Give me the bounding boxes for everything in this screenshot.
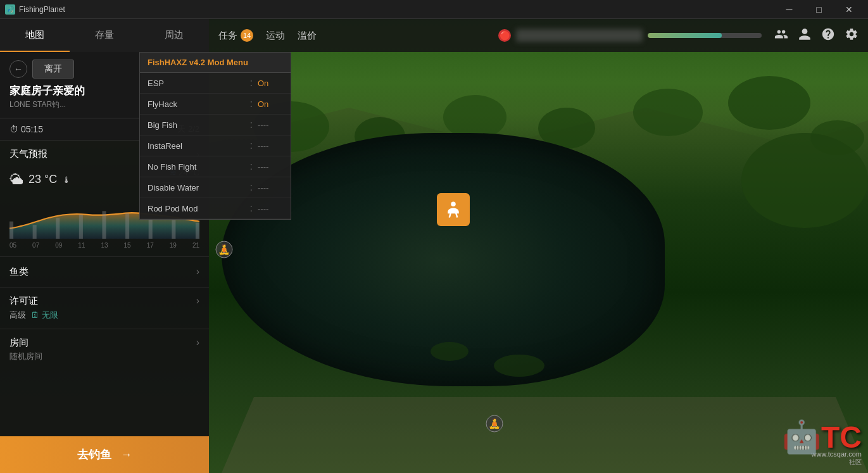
mod-nofishfight-value: ---- [258,162,283,172]
titlebar: 🎣 FishingPlanet ─ □ ✕ [0,0,868,19]
spot-marker-1[interactable]: 🧘 [213,241,236,263]
profile-icon[interactable] [798,27,812,44]
mod-instareel-value: ---- [258,141,283,151]
back-button[interactable]: ← [9,60,27,78]
xp-progress-fill [648,33,722,38]
watermark-icon: 🤖 [782,419,821,455]
license-arrow[interactable]: › [196,295,199,306]
room-arrow[interactable]: › [196,337,199,348]
fish-title: 鱼类 [9,266,28,278]
mod-nofishfight-label: No Fish Fight [148,162,245,172]
person-icon [444,200,463,219]
chart-label-11: 11 [78,242,85,249]
chart-label-09: 09 [55,242,62,249]
license-grade: 高级 🗓 无限 [9,310,199,321]
app-title: FishingPlanet [19,5,65,14]
chart-label-13: 13 [101,242,108,249]
chart-label-15: 15 [124,242,131,249]
username-display [516,29,643,42]
lily-2 [494,355,544,377]
svg-rect-8 [33,225,37,239]
chart-label-17: 17 [147,242,154,249]
price-nav-item[interactable]: 滥价 [298,30,317,42]
mod-item-bigfish[interactable]: Big Fish : ---- [140,115,291,136]
weather-current-temp: 23 °C [28,173,57,186]
settings-icon[interactable] [845,27,859,44]
level-icon: 🔴 [498,29,511,42]
mod-bigfish-value: ---- [258,120,283,130]
mod-item-nofishfight[interactable]: No Fish Fight : ---- [140,156,291,177]
tab-map[interactable]: 地图 [0,19,70,52]
watermark-brand: TC [821,420,862,454]
mod-item-rodpodmod[interactable]: Rod Pod Mod : ---- [140,198,291,219]
sport-label: 运动 [266,30,285,42]
main-area: 🧘 🧘 🤖 TC www.tcsqar.com 社区 [0,19,868,473]
task-badge: 14 [241,29,253,42]
mod-item-flyhack[interactable]: FlyHack : On [140,94,291,115]
vegetation-5 [633,89,703,136]
mod-rodpodmod-colon: : [250,203,253,214]
close-button[interactable]: ✕ [834,0,863,19]
top-tabs: 地图 存量 周边 [0,19,209,52]
mod-instareel-label: InstaReel [148,141,245,151]
license-header: 许可证 › [9,295,199,307]
mod-item-esp[interactable]: ESP : On [140,73,291,94]
xp-progress-bar [648,33,762,38]
room-section[interactable]: 房间 › 随机房间 [0,329,209,370]
price-label: 滥价 [298,30,317,42]
mod-nofishfight-colon: : [250,161,253,172]
player-marker [437,193,470,226]
license-status: 🗓 无限 [31,310,58,321]
mod-menu-title: FishHAXZ v4.2 Mod Menu [140,53,291,73]
mod-esp-value: On [258,79,283,88]
mod-item-disablewater[interactable]: Disable Water : ---- [140,177,291,198]
spot-marker-2[interactable]: 🧘 [483,415,506,438]
tab-inventory[interactable]: 存量 [70,19,139,52]
svg-rect-7 [9,221,13,238]
license-title: 许可证 [9,295,38,307]
road-path [222,397,868,473]
svg-rect-14 [172,220,175,238]
mod-flyhack-value: On [258,99,283,109]
mod-esp-colon: : [250,77,253,89]
mod-bigfish-label: Big Fish [148,120,245,130]
svg-rect-12 [125,213,129,238]
task-nav-item[interactable]: 任务 14 [218,29,253,42]
game-topbar: 任务 14 运动 滥价 🔴 [209,19,868,52]
app-icon: 🎣 [5,4,15,15]
sport-nav-item[interactable]: 运动 [266,30,285,42]
svg-rect-9 [56,218,60,239]
mod-instareel-colon: : [250,140,253,151]
mod-bigfish-colon: : [250,119,253,130]
tab-nearby[interactable]: 周边 [139,19,209,52]
vegetation-6 [728,76,810,130]
go-fishing-button[interactable]: 去钓鱼 → [0,436,209,473]
maximize-button[interactable]: □ [805,0,833,19]
weather-cloud-icon: 🌥 [9,172,23,188]
mod-disablewater-label: Disable Water [148,183,245,192]
mod-flyhack-colon: : [250,98,253,110]
mod-item-instareel[interactable]: InstaReel : ---- [140,136,291,156]
weather-title: 天气预报 [9,148,47,160]
fish-section[interactable]: 鱼类 › [0,256,209,287]
svg-point-0 [451,202,456,207]
watermark-label: 社区 [782,458,862,467]
mod-menu: FishHAXZ v4.2 Mod Menu ESP : On FlyHack … [139,52,291,220]
minimize-button[interactable]: ─ [775,0,803,19]
go-fishing-arrow: → [121,448,132,462]
task-label: 任务 [218,30,237,42]
fishing-spot-icon-2: 🧘 [484,415,505,438]
chart-label-05: 05 [9,242,16,249]
svg-text:🧘: 🧘 [488,417,501,429]
titlebar-controls: ─ □ ✕ [775,0,863,19]
fish-arrow: › [196,266,199,277]
mod-rodpodmod-value: ---- [258,204,283,213]
mod-esp-label: ESP [148,79,245,88]
chart-label-19: 19 [170,242,177,249]
social-icon[interactable] [774,27,788,44]
svg-text:🧘: 🧘 [218,243,230,255]
svg-rect-11 [102,211,106,239]
help-icon[interactable] [821,27,835,44]
chart-label-07: 07 [32,242,39,249]
leave-button[interactable]: 离开 [32,60,74,79]
